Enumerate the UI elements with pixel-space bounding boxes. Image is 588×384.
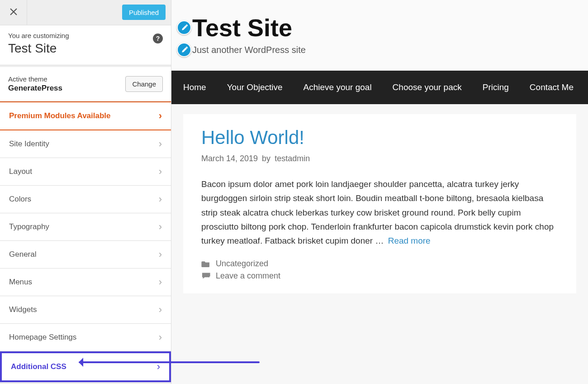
post-excerpt-text: Bacon ipsum dolor amet pork loin landjae…: [201, 179, 554, 245]
panel-label: General: [9, 250, 36, 259]
customizer-heading: ? You are customizing Test Site: [0, 25, 171, 65]
chevron-right-icon: ›: [159, 304, 162, 316]
change-theme-button[interactable]: Change: [125, 76, 163, 92]
edit-tagline-shortcut[interactable]: [177, 43, 191, 57]
active-theme-section: Active theme GeneratePress Change: [0, 65, 171, 101]
panel-label: Layout: [9, 167, 32, 176]
close-customizer-button[interactable]: [0, 0, 27, 25]
panel-colors[interactable]: Colors ›: [0, 186, 171, 213]
customizing-label: You are customizing: [8, 32, 163, 39]
read-more-link[interactable]: Read more: [388, 236, 431, 245]
pencil-icon: [181, 47, 188, 53]
chevron-right-icon: ›: [159, 249, 162, 260]
close-icon: [9, 7, 18, 19]
panel-label: Colors: [9, 195, 31, 204]
post-by-label: by: [262, 154, 270, 163]
nav-contact[interactable]: Contact Me: [530, 71, 574, 104]
content-area: Hello World! March 14, 2019 by testadmin…: [171, 104, 588, 384]
site-preview: Test Site Just another WordPress site Ho…: [171, 0, 588, 384]
chevron-right-icon: ›: [159, 110, 162, 122]
chevron-right-icon: ›: [159, 276, 162, 288]
panel-label: Typography: [9, 222, 49, 231]
nav-pack[interactable]: Choose your pack: [393, 71, 462, 104]
customizing-site-name: Test Site: [8, 41, 163, 56]
panel-general[interactable]: General ›: [0, 241, 171, 269]
post-date: March 14, 2019: [201, 154, 258, 163]
chevron-right-icon: ›: [159, 331, 162, 343]
leave-comment-link[interactable]: Leave a comment: [216, 271, 280, 281]
app-root: Published ? You are customizing Test Sit…: [0, 0, 588, 384]
panel-label: Site Identity: [9, 139, 49, 149]
panel-label: Additional CSS: [11, 362, 66, 371]
post-author[interactable]: testadmin: [275, 154, 310, 163]
change-theme-label: Change: [132, 80, 156, 88]
panel-typography[interactable]: Typography ›: [0, 213, 171, 241]
panel-widgets[interactable]: Widgets ›: [0, 296, 171, 324]
active-theme-label: Active theme: [8, 75, 62, 83]
panel-homepage-settings[interactable]: Homepage Settings ›: [0, 324, 171, 351]
post-card: Hello World! March 14, 2019 by testadmin…: [183, 114, 576, 293]
site-tagline: Just another WordPress site: [192, 45, 306, 55]
site-title[interactable]: Test Site: [192, 15, 292, 40]
chevron-right-icon: ›: [157, 361, 160, 373]
primary-nav: Home Your Objective Achieve your goal Ch…: [171, 71, 588, 104]
panel-additional-css[interactable]: Additional CSS ›: [0, 351, 171, 382]
nav-pricing[interactable]: Pricing: [483, 71, 509, 104]
panel-site-identity[interactable]: Site Identity ›: [0, 130, 171, 158]
customizer-panel: Published ? You are customizing Test Sit…: [0, 0, 171, 384]
comment-icon: [201, 272, 210, 279]
panel-label: Menus: [9, 278, 32, 287]
nav-achieve[interactable]: Achieve your goal: [303, 71, 372, 104]
panel-layout[interactable]: Layout ›: [0, 158, 171, 186]
nav-objective[interactable]: Your Objective: [227, 71, 283, 104]
post-title-link[interactable]: Hello World!: [201, 127, 558, 149]
panel-premium-modules[interactable]: Premium Modules Available ›: [0, 101, 171, 130]
chevron-right-icon: ›: [159, 138, 162, 150]
help-button[interactable]: ?: [153, 34, 163, 43]
nav-home[interactable]: Home: [183, 71, 206, 104]
panel-label: Premium Modules Available: [9, 111, 111, 120]
chevron-right-icon: ›: [159, 166, 162, 178]
post-excerpt: Bacon ipsum dolor amet pork loin landjae…: [201, 177, 558, 248]
topbar-spacer: [27, 0, 122, 25]
chevron-right-icon: ›: [159, 193, 162, 205]
post-footer: Uncategorized Leave a comment: [201, 259, 558, 281]
edit-title-shortcut[interactable]: [177, 20, 191, 35]
panel-menus[interactable]: Menus ›: [0, 269, 171, 296]
publish-status-label: Published: [129, 9, 159, 16]
panel-label: Widgets: [9, 305, 37, 314]
chevron-right-icon: ›: [159, 221, 162, 233]
help-icon: ?: [156, 35, 160, 42]
publish-status-button[interactable]: Published: [122, 5, 166, 20]
panel-label: Homepage Settings: [9, 333, 76, 342]
post-meta: March 14, 2019 by testadmin: [201, 154, 558, 163]
customizer-topbar: Published: [0, 0, 171, 25]
site-header: Test Site Just another WordPress site: [171, 0, 588, 71]
active-theme-name: GeneratePress: [8, 84, 62, 93]
post-category-link[interactable]: Uncategorized: [216, 259, 268, 269]
folder-icon: [201, 260, 210, 267]
pencil-icon: [181, 24, 188, 31]
customizer-panel-list: Premium Modules Available › Site Identit…: [0, 101, 171, 382]
